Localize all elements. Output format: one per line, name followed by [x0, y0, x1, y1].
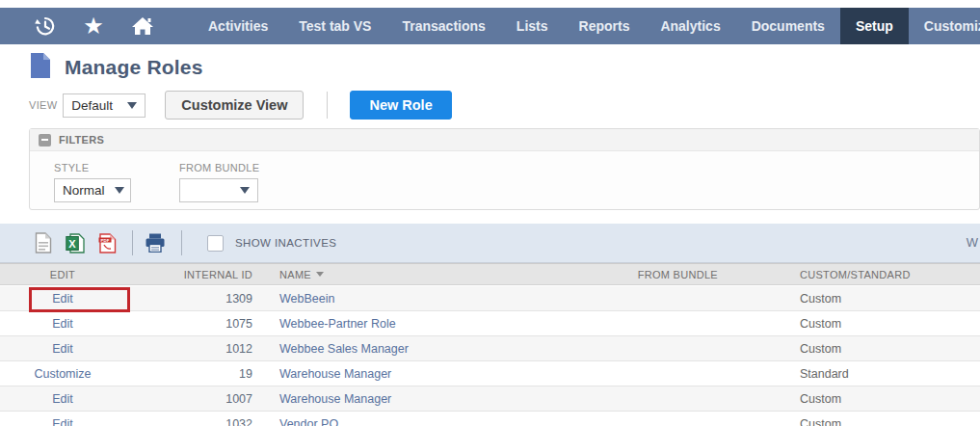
- nav-item-analytics[interactable]: Analytics: [645, 8, 735, 44]
- table-row: Edit 1012 Webbee Sales Manager Custom: [0, 336, 980, 361]
- roles-table-header: EDIT INTERNAL ID NAME FROM BUNDLE CUSTOM…: [0, 263, 980, 285]
- row-internal-id: 1032: [125, 417, 252, 426]
- row-internal-id: 19: [125, 367, 252, 381]
- table-row: Edit 1075 Webbee-Partner Role Custom: [0, 311, 980, 336]
- nav-item-setup[interactable]: Setup: [840, 8, 909, 44]
- view-select[interactable]: Default: [63, 93, 146, 118]
- top-navbar: ★ Activities Test tab VS Transactions Li…: [0, 8, 980, 44]
- row-name-cell: Warehouse Manager: [252, 367, 597, 381]
- row-action-cell: Edit: [0, 317, 125, 331]
- edit-link[interactable]: Edit: [52, 417, 73, 426]
- row-name-cell: WebBeein: [252, 292, 597, 306]
- table-row: Edit 1007 Warehouse Manager Custom: [0, 386, 980, 412]
- customize-view-button[interactable]: Customize View: [165, 91, 304, 120]
- shortcuts-star-icon[interactable]: ★: [81, 13, 106, 39]
- style-filter-select[interactable]: Normal: [54, 178, 131, 202]
- style-filter-value: Normal: [63, 183, 105, 198]
- nav-item-reports[interactable]: Reports: [564, 8, 646, 44]
- chevron-down-icon: [115, 187, 124, 194]
- manage-roles-page: ★ Activities Test tab VS Transactions Li…: [0, 0, 980, 426]
- collapse-minus-icon[interactable]: [39, 134, 51, 146]
- page-document-icon: [29, 52, 52, 83]
- column-header-from-bundle[interactable]: FROM BUNDLE: [597, 269, 718, 280]
- button-divider: [327, 92, 328, 119]
- sort-desc-icon: [316, 272, 324, 277]
- row-name-cell: Webbee-Partner Role: [252, 317, 597, 331]
- edit-link[interactable]: Edit: [52, 342, 73, 356]
- role-name-link[interactable]: Vendor PO: [279, 417, 338, 426]
- nav-item-transactions[interactable]: Transactions: [386, 8, 500, 44]
- svg-text:X: X: [68, 237, 76, 249]
- new-role-button[interactable]: New Role: [350, 91, 451, 120]
- table-row: Edit 1309 WebBeein Custom: [0, 286, 980, 311]
- export-csv-icon[interactable]: [35, 232, 52, 253]
- style-filter: STYLE Normal: [54, 162, 131, 202]
- row-custom-standard: Standard: [718, 367, 980, 381]
- filters-panel: FILTERS STYLE Normal FROM BUNDLE: [29, 128, 980, 210]
- row-action-cell: Edit: [0, 417, 125, 426]
- chevron-down-icon: [127, 102, 137, 109]
- truncated-right-text: W: [967, 235, 978, 250]
- from-bundle-filter-select[interactable]: [179, 178, 258, 202]
- roles-table-body: Edit 1309 WebBeein Custom Edit 1075 Webb…: [0, 286, 980, 426]
- row-action-cell: Edit: [0, 292, 125, 306]
- page-title-row: Manage Roles: [29, 52, 203, 83]
- nav-item-activities[interactable]: Activities: [193, 8, 283, 44]
- row-internal-id: 1309: [125, 292, 252, 306]
- print-icon[interactable]: [145, 233, 166, 253]
- row-custom-standard: Custom: [718, 392, 980, 406]
- view-select-value: Default: [71, 98, 113, 113]
- view-label: VIEW: [29, 99, 57, 111]
- export-excel-icon[interactable]: X: [66, 233, 85, 253]
- history-icon[interactable]: [32, 13, 57, 39]
- list-toolbar: X PDF SHOW INACTIVES W: [0, 224, 980, 263]
- export-pdf-icon[interactable]: PDF: [98, 233, 117, 253]
- role-name-link[interactable]: Webbee-Partner Role: [279, 317, 396, 331]
- column-header-name-label: NAME: [279, 269, 311, 280]
- role-name-link[interactable]: Warehouse Manager: [279, 392, 391, 406]
- toolbar-separator: [132, 230, 133, 255]
- navbar-icon-group: ★: [0, 8, 179, 44]
- row-name-cell: Warehouse Manager: [252, 392, 597, 406]
- row-custom-standard: Custom: [718, 417, 980, 426]
- show-inactives-checkbox[interactable]: [207, 235, 224, 252]
- chevron-down-icon: [240, 187, 250, 194]
- row-action-cell: Customize: [0, 367, 125, 381]
- column-header-name[interactable]: NAME: [252, 269, 597, 280]
- edit-link[interactable]: Edit: [52, 392, 73, 406]
- row-name-cell: Vendor PO: [252, 417, 597, 426]
- column-header-custom-standard[interactable]: CUSTOM/STANDARD: [718, 269, 980, 280]
- customize-link[interactable]: Customize: [34, 367, 91, 381]
- role-name-link[interactable]: Warehouse Manager: [279, 367, 391, 381]
- column-header-edit[interactable]: EDIT: [0, 269, 125, 280]
- filters-header[interactable]: FILTERS: [30, 129, 979, 151]
- table-row: Edit 1032 Vendor PO Custom: [0, 412, 980, 426]
- row-action-cell: Edit: [0, 342, 125, 356]
- edit-link[interactable]: Edit: [52, 292, 73, 306]
- role-name-link[interactable]: Webbee Sales Manager: [279, 342, 409, 356]
- row-internal-id: 1012: [125, 342, 252, 356]
- column-header-internal-id[interactable]: INTERNAL ID: [125, 269, 252, 280]
- row-internal-id: 1007: [125, 392, 252, 406]
- row-internal-id: 1075: [125, 317, 252, 331]
- row-custom-standard: Custom: [718, 342, 980, 356]
- edit-link[interactable]: Edit: [52, 317, 73, 331]
- home-icon[interactable]: [130, 13, 155, 39]
- row-action-cell: Edit: [0, 392, 125, 406]
- navbar-menu: Activities Test tab VS Transactions List…: [193, 8, 980, 44]
- row-custom-standard: Custom: [718, 317, 980, 331]
- from-bundle-filter: FROM BUNDLE: [179, 162, 259, 202]
- toolbar-separator: [181, 230, 182, 255]
- style-filter-label: STYLE: [54, 162, 131, 173]
- nav-item-lists[interactable]: Lists: [501, 8, 564, 44]
- nav-item-customization[interactable]: Customization: [909, 8, 980, 44]
- row-name-cell: Webbee Sales Manager: [252, 342, 597, 356]
- role-name-link[interactable]: WebBeein: [279, 292, 334, 306]
- view-bar: VIEW Default Customize View New Role: [29, 91, 452, 120]
- nav-item-test-tab-vs[interactable]: Test tab VS: [283, 8, 386, 44]
- page-title: Manage Roles: [65, 56, 203, 79]
- nav-item-documents[interactable]: Documents: [736, 8, 840, 44]
- svg-text:PDF: PDF: [101, 237, 110, 242]
- from-bundle-filter-label: FROM BUNDLE: [179, 162, 259, 173]
- table-row: Customize 19 Warehouse Manager Standard: [0, 361, 980, 386]
